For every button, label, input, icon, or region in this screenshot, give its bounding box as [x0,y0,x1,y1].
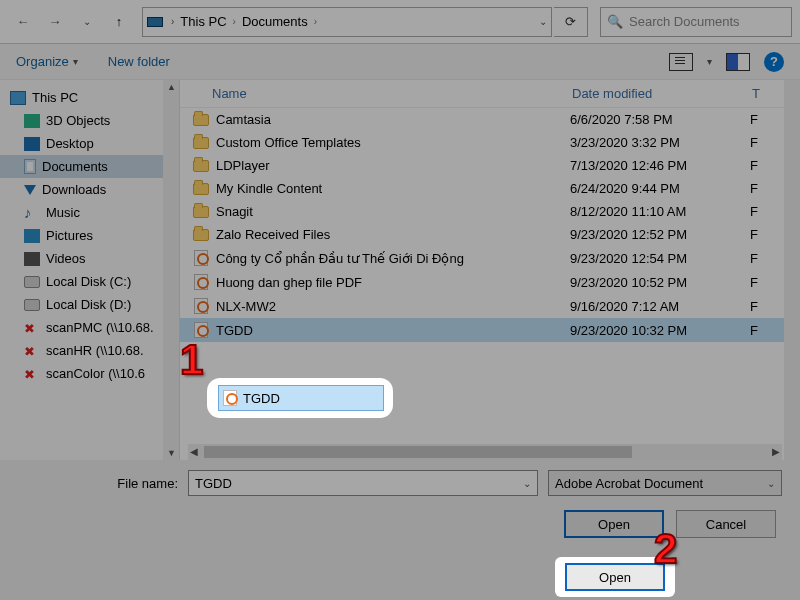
column-date-modified[interactable]: Date modified [572,86,752,101]
cancel-button[interactable]: Cancel [676,510,776,538]
filetype-filter[interactable]: Adobe Acrobat Document ⌄ [548,470,782,496]
view-options-chevron[interactable]: ▾ [707,56,712,67]
tree-scrollbar[interactable]: ▲▼ [163,80,179,460]
disk-icon [24,299,40,311]
pdf-icon [194,250,208,266]
help-icon[interactable]: ? [764,52,784,72]
pdf-icon [194,298,208,314]
open-button[interactable]: Open [564,510,664,538]
network-drive-icon: ✖ [24,321,40,335]
filter-dropdown-icon[interactable]: ⌄ [767,478,775,489]
file-row[interactable]: NLX-MW29/16/2020 7:12 AMF [180,294,784,318]
column-type[interactable]: T [752,86,784,101]
tree-downloads[interactable]: Downloads [0,178,179,201]
network-drive-icon: ✖ [24,344,40,358]
filename-input[interactable]: TGDD ⌄ [188,470,538,496]
filename-value: TGDD [195,476,232,491]
pdf-icon [223,390,237,406]
filename-dropdown-icon[interactable]: ⌄ [523,478,531,489]
up-button[interactable]: ↑ [104,7,134,37]
folder-icon [193,206,209,218]
recent-locations-chevron[interactable]: ⌄ [72,7,102,37]
tree-local-disk-c[interactable]: Local Disk (C:) [0,270,179,293]
file-row[interactable]: My Kindle Content6/24/2020 9:44 PMF [180,177,784,200]
pc-icon [147,17,163,27]
folder-icon [193,114,209,126]
pictures-icon [24,229,40,243]
view-options-icon[interactable] [669,53,693,71]
breadcrumb-documents[interactable]: Documents› [242,14,317,29]
file-row[interactable]: Camtasia6/6/2020 7:58 PMF [180,108,784,131]
tree-desktop[interactable]: Desktop [0,132,179,155]
network-drive-icon: ✖ [24,367,40,381]
toolbar: Organize▾ New folder ▾ ? [0,44,800,80]
tree-3d-objects[interactable]: 3D Objects [0,109,179,132]
tree-music[interactable]: ♪Music [0,201,179,224]
file-row-selected[interactable]: TGDD9/23/2020 10:32 PMF [180,318,784,342]
address-dropdown-icon[interactable]: ⌄ [539,16,547,27]
annotation-number-1: 1 [180,336,203,384]
column-name[interactable]: Name [212,86,572,101]
file-open-dialog: ← → ⌄ ↑ › This PC› Documents› ⌄ ⟳ 🔍 Sear… [0,0,800,600]
search-placeholder: Search Documents [629,14,740,29]
annotation-number-2: 2 [654,525,677,573]
dialog-footer: File name: TGDD ⌄ Adobe Acrobat Document… [0,460,800,548]
refresh-button[interactable]: ⟳ [554,7,588,37]
downloads-icon [24,185,36,195]
documents-icon [24,159,36,174]
file-row[interactable]: Huong dan ghep file PDF9/23/2020 10:52 P… [180,270,784,294]
folder-icon [193,137,209,149]
tree-this-pc[interactable]: This PC [0,86,179,109]
file-row[interactable]: Custom Office Templates3/23/2020 3:32 PM… [180,131,784,154]
list-header: Name Date modified T [180,80,784,108]
filename-label: File name: [18,476,178,491]
folder-icon [193,160,209,172]
search-input[interactable]: 🔍 Search Documents [600,7,792,37]
pdf-icon [194,274,208,290]
cube-icon [24,114,40,128]
file-row[interactable]: Zalo Received Files9/23/2020 12:52 PMF [180,223,784,246]
filter-label: Adobe Acrobat Document [555,476,703,491]
file-row[interactable]: Công ty Cổ phần Đầu tư Thế Giới Di Động9… [180,246,784,270]
videos-icon [24,252,40,266]
tree-scan-pmc[interactable]: ✖scanPMC (\\10.68. [0,316,179,339]
tree-local-disk-d[interactable]: Local Disk (D:) [0,293,179,316]
pc-icon [10,91,26,105]
folder-icon [193,183,209,195]
file-row[interactable]: LDPlayer7/13/2020 12:46 PMF [180,154,784,177]
list-horizontal-scrollbar[interactable]: ◀▶ [188,444,782,460]
address-bar[interactable]: › This PC› Documents› ⌄ [142,7,552,37]
desktop-icon [24,137,40,151]
music-icon: ♪ [24,206,40,220]
list-vertical-scrollbar[interactable] [784,80,800,460]
dialog-body: This PC 3D Objects Desktop Documents Dow… [0,80,800,460]
annotation-file-label: TGDD [243,391,280,406]
tree-pictures[interactable]: Pictures [0,224,179,247]
tree-scan-hr[interactable]: ✖scanHR (\\10.68. [0,339,179,362]
file-row[interactable]: Snagit8/12/2020 11:10 AMF [180,200,784,223]
folder-icon [193,229,209,241]
annotation-highlight-file-inner[interactable]: TGDD [218,385,384,411]
breadcrumb-this-pc[interactable]: This PC› [180,14,236,29]
tree-videos[interactable]: Videos [0,247,179,270]
organize-menu[interactable]: Organize▾ [16,54,78,69]
new-folder-button[interactable]: New folder [108,54,170,69]
disk-icon [24,276,40,288]
nav-tree: This PC 3D Objects Desktop Documents Dow… [0,80,180,460]
search-icon: 🔍 [607,14,623,29]
chevron-right-icon: › [171,16,174,27]
nav-bar: ← → ⌄ ↑ › This PC› Documents› ⌄ ⟳ 🔍 Sear… [0,0,800,44]
forward-button[interactable]: → [40,7,70,37]
preview-pane-icon[interactable] [726,53,750,71]
back-button[interactable]: ← [8,7,38,37]
tree-scan-color[interactable]: ✖scanColor (\\10.6 [0,362,179,385]
tree-documents[interactable]: Documents [0,155,179,178]
open-button-highlighted[interactable]: Open [565,563,665,591]
annotation-highlight-file: TGDD [210,381,390,415]
